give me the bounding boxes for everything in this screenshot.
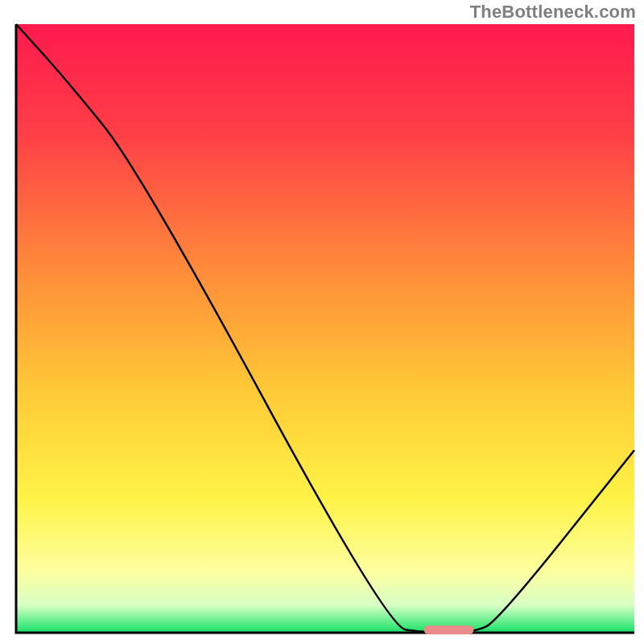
plot-background [16,24,634,633]
bottleneck-chart [0,0,644,644]
watermark-text: TheBottleneck.com [470,2,636,23]
optimal-marker [424,625,473,634]
chart-container: TheBottleneck.com [0,0,644,644]
